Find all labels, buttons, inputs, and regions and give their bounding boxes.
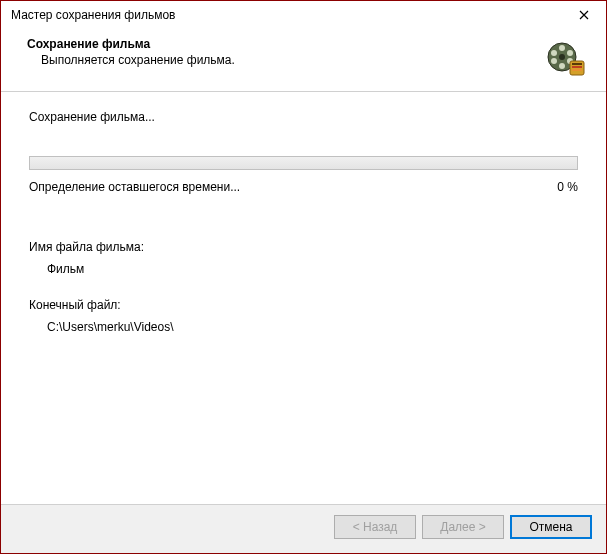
svg-point-5 (559, 63, 565, 69)
progress-status-row: Определение оставшегося времени... 0 % (29, 180, 578, 194)
wizard-header: Сохранение фильма Выполняется сохранение… (1, 29, 606, 91)
svg-rect-11 (572, 69, 582, 71)
next-button: Далее > (422, 515, 504, 539)
wizard-window: Мастер сохранения фильмов Сохранение фил… (0, 0, 607, 554)
progress-section-label: Сохранение фильма... (29, 110, 578, 124)
svg-rect-10 (572, 66, 582, 68)
header-title: Сохранение фильма (27, 37, 235, 51)
filename-value: Фильм (47, 262, 578, 276)
svg-point-1 (559, 54, 565, 60)
wizard-content: Сохранение фильма... Определение оставше… (1, 92, 606, 504)
destination-label: Конечный файл: (29, 298, 578, 312)
progress-percent: 0 % (557, 180, 578, 194)
svg-point-6 (551, 58, 557, 64)
progress-bar (29, 156, 578, 170)
destination-value: C:\Users\merku\Videos\ (47, 320, 578, 334)
cancel-button[interactable]: Отмена (510, 515, 592, 539)
filename-label: Имя файла фильма: (29, 240, 578, 254)
titlebar: Мастер сохранения фильмов (1, 1, 606, 29)
svg-rect-9 (572, 63, 582, 65)
film-reel-icon (546, 39, 586, 79)
header-subtitle: Выполняется сохранение фильма. (41, 53, 235, 67)
close-button[interactable] (568, 4, 600, 26)
svg-point-2 (559, 45, 565, 51)
wizard-footer: < Назад Далее > Отмена (1, 504, 606, 553)
back-button: < Назад (334, 515, 416, 539)
close-icon (579, 10, 589, 20)
header-text-block: Сохранение фильма Выполняется сохранение… (27, 37, 235, 67)
progress-status-text: Определение оставшегося времени... (29, 180, 240, 194)
svg-point-3 (567, 50, 573, 56)
window-title: Мастер сохранения фильмов (11, 8, 175, 22)
svg-point-7 (551, 50, 557, 56)
